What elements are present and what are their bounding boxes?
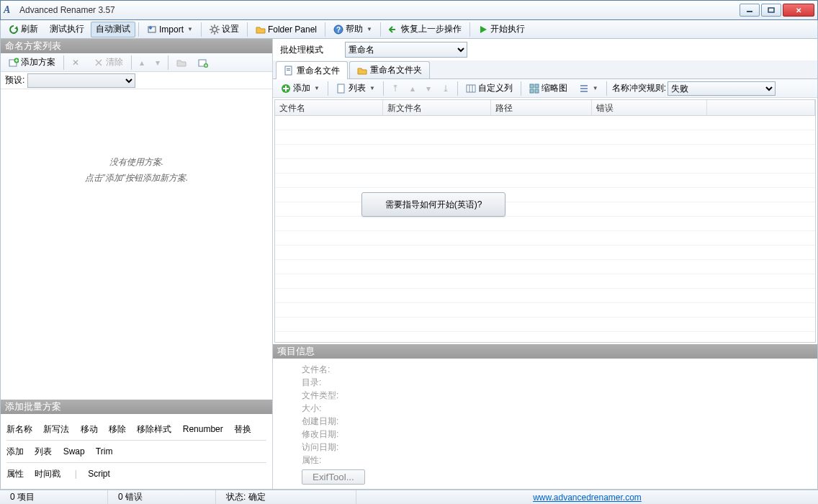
dropdown-icon: ▼ bbox=[369, 85, 375, 91]
import-button[interactable]: Import▼ bbox=[142, 22, 198, 37]
help-button[interactable]: ? 帮助▼ bbox=[328, 22, 377, 37]
method-add[interactable]: 添加 bbox=[6, 446, 24, 456]
auto-test-button[interactable]: 自动测试 bbox=[91, 22, 135, 37]
maximize-button[interactable] bbox=[761, 4, 781, 17]
add-files-button[interactable]: 添加▼ bbox=[276, 81, 325, 96]
item-info-panel: 项目信息 文件名: 目录: 文件类型: 大小: 创建日期: 修改日期: 访问日期… bbox=[273, 344, 817, 489]
left-panel: 命名方案列表 添加方案 ✕ 清除 ▴ ▾ 预设: 没有使用方案. 点击 bbox=[1, 39, 273, 489]
method-move[interactable]: 移动 bbox=[81, 424, 98, 434]
website-link[interactable]: www.advancedrenamer.com bbox=[533, 492, 642, 503]
col-filename[interactable]: 文件名 bbox=[275, 100, 383, 115]
grid-body[interactable]: 需要指导如何开始(英语)? bbox=[275, 116, 815, 342]
getting-started-button[interactable]: 需要指导如何开始(英语)? bbox=[361, 192, 505, 217]
add-icon bbox=[9, 58, 19, 68]
method-removepattern[interactable]: 移除样式 bbox=[137, 424, 171, 434]
add-batch-panel: 添加批量方案 新名称 新写法 移动 移除 移除样式 Renumber 替换 添加… bbox=[1, 400, 272, 489]
method-attr[interactable]: 属性 bbox=[6, 469, 24, 479]
info-size: 大小: bbox=[302, 402, 788, 415]
method-newname[interactable]: 新名称 bbox=[6, 424, 32, 434]
info-created: 创建日期: bbox=[302, 415, 788, 428]
empty-line-1: 没有使用方案. bbox=[109, 154, 163, 170]
tab-rename-files[interactable]: 重命名文件 bbox=[276, 61, 348, 79]
col-path[interactable]: 路径 bbox=[491, 100, 592, 115]
move-up-button[interactable]: ▴ bbox=[405, 81, 420, 96]
move-up-button[interactable]: ▴ bbox=[135, 55, 149, 71]
folder-panel-button[interactable]: Folder Panel bbox=[251, 22, 322, 37]
method-swap[interactable]: Swap bbox=[63, 446, 85, 456]
window-title: Advanced Renamer 3.57 bbox=[19, 5, 738, 15]
methods-empty: 没有使用方案. 点击"添加"按钮添加新方案. bbox=[1, 89, 272, 400]
thumbnails-button[interactable]: 缩略图 bbox=[524, 81, 572, 96]
add-batch-header: 添加批量方案 bbox=[1, 400, 272, 414]
file-icon bbox=[336, 84, 346, 94]
folder-icon bbox=[256, 24, 266, 35]
titlebar: A Advanced Renamer 3.57 ✕ bbox=[0, 0, 818, 20]
info-attr: 属性: bbox=[302, 454, 788, 467]
tab-rename-folders[interactable]: 重命名文件夹 bbox=[349, 61, 430, 78]
move-down-button[interactable]: ▾ bbox=[421, 81, 436, 96]
empty-line-2: 点击"添加"按钮添加新方案. bbox=[85, 170, 189, 186]
col-newname[interactable]: 新文件名 bbox=[383, 100, 491, 115]
open-button[interactable] bbox=[171, 55, 192, 71]
move-top-button[interactable]: ⤒ bbox=[387, 81, 404, 96]
move-down-button[interactable]: ▾ bbox=[150, 55, 165, 71]
mode-select[interactable]: 重命名 bbox=[345, 42, 467, 58]
move-bottom-button[interactable]: ⤓ bbox=[437, 81, 454, 96]
thumb-icon bbox=[529, 84, 539, 94]
close-button[interactable]: ✕ bbox=[783, 4, 814, 17]
svg-line-11 bbox=[217, 26, 218, 27]
preset-select[interactable] bbox=[27, 73, 135, 88]
file-tabs: 重命名文件 重命名文件夹 bbox=[273, 60, 817, 79]
exiftool-button[interactable]: ExifTool... bbox=[302, 469, 365, 485]
conflict-select[interactable]: 失败 bbox=[668, 81, 776, 96]
info-filename: 文件名: bbox=[302, 363, 788, 376]
method-replace[interactable]: 替换 bbox=[234, 424, 251, 434]
main-toolbar: 刷新 测试执行 自动测试 Import▼ 设置 Folder Panel ? 帮… bbox=[0, 20, 818, 39]
list-button[interactable]: 列表▼ bbox=[331, 81, 380, 96]
add-batch-row-1: 新名称 新写法 移动 移除 移除样式 Renumber 替换 bbox=[6, 418, 266, 441]
clear-button[interactable]: 清除 bbox=[89, 55, 128, 71]
svg-rect-26 bbox=[530, 84, 534, 88]
dropdown-icon: ▼ bbox=[187, 26, 193, 32]
grid-header: 文件名 新文件名 路径 错误 bbox=[275, 100, 815, 116]
save-button[interactable] bbox=[193, 55, 213, 71]
status-items: 0 项目 bbox=[0, 490, 108, 504]
method-trim[interactable]: Trim bbox=[96, 446, 113, 456]
settings-button[interactable]: 设置 bbox=[204, 22, 244, 37]
folder-icon bbox=[357, 66, 367, 76]
app-icon: A bbox=[4, 4, 15, 16]
method-newcase[interactable]: 新写法 bbox=[43, 424, 69, 434]
file-grid: 文件名 新文件名 路径 错误 需要指导如何开始(英语)? bbox=[274, 99, 816, 343]
method-list[interactable]: 列表 bbox=[35, 446, 52, 456]
custom-columns-button[interactable]: 自定义列 bbox=[461, 81, 518, 96]
col-error[interactable]: 错误 bbox=[592, 100, 707, 115]
info-accessed: 访问日期: bbox=[302, 441, 788, 454]
mode-bar: 批处理模式 重命名 bbox=[273, 39, 817, 60]
start-button[interactable]: 开始执行 bbox=[473, 22, 530, 37]
item-info-header: 项目信息 bbox=[273, 344, 817, 359]
svg-line-9 bbox=[217, 32, 218, 33]
status-bar: 0 项目 0 错误 状态: 确定 www.advancedrenamer.com bbox=[0, 490, 818, 504]
undo-button[interactable]: 恢复上一步操作 bbox=[384, 22, 467, 37]
add-batch-row-3: 属性 时间戳 | Script bbox=[6, 463, 266, 485]
refresh-label: 刷新 bbox=[21, 23, 38, 35]
method-script[interactable]: Script bbox=[88, 469, 110, 479]
mode-label: 批处理模式 bbox=[280, 44, 323, 56]
down-icon: ▾ bbox=[156, 58, 160, 68]
preset-label: 预设: bbox=[5, 74, 24, 86]
test-run-button[interactable]: 测试执行 bbox=[45, 22, 89, 37]
status-url-cell: www.advancedrenamer.com bbox=[356, 490, 818, 504]
columns-icon bbox=[466, 84, 476, 94]
gear-icon bbox=[210, 24, 220, 35]
svg-rect-23 bbox=[467, 85, 475, 92]
refresh-button[interactable]: 刷新 bbox=[4, 22, 43, 37]
view-button[interactable]: ▼ bbox=[574, 81, 603, 96]
add-method-button[interactable]: 添加方案 bbox=[4, 55, 60, 71]
method-renumber[interactable]: Renumber bbox=[183, 424, 223, 434]
method-timestamp[interactable]: 时间戳 bbox=[35, 469, 60, 479]
delete-method-button[interactable]: ✕ bbox=[67, 55, 87, 71]
minimize-button[interactable] bbox=[740, 4, 760, 17]
file-toolbar: 添加▼ 列表▼ ⤒ ▴ ▾ ⤓ 自定义列 缩略图 bbox=[273, 79, 817, 98]
methods-header: 命名方案列表 bbox=[1, 39, 272, 53]
method-remove[interactable]: 移除 bbox=[109, 424, 126, 434]
